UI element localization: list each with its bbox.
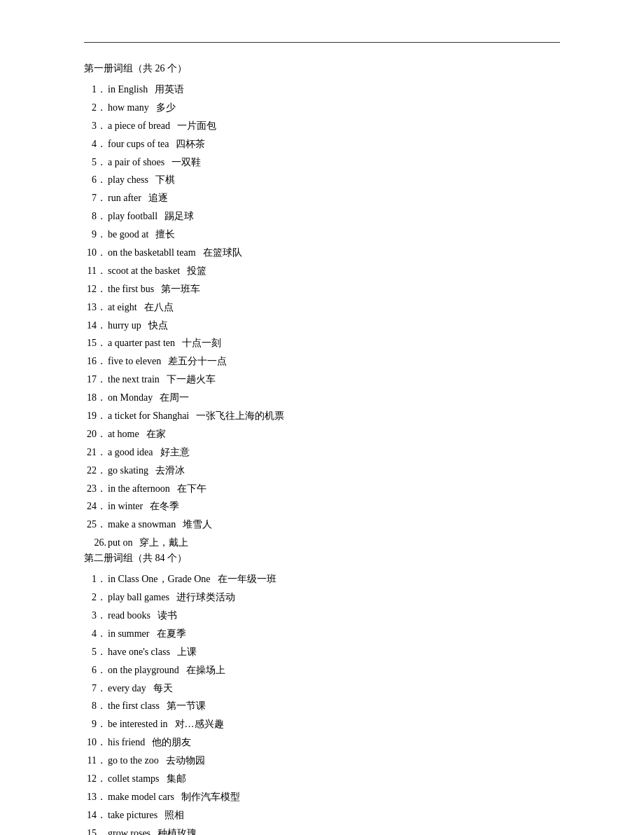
item-chinese: 进行球类活动 [176,588,235,607]
list-item: 6．on the playground在操场上 [84,661,560,679]
list-item: 7．run after追逐 [84,189,560,207]
item-english: take pictures [108,806,158,824]
item-number: 17． [84,371,106,389]
section-title-1: 第一册词组（共 26 个） [84,62,560,75]
item-number: 14． [84,806,106,824]
item-english: his friend [108,733,145,752]
item-chinese: 在夏季 [157,625,186,643]
item-number: 5． [84,643,106,661]
item-chinese: 堆雪人 [183,516,212,534]
item-number: 16． [84,352,106,371]
section-title-2: 第二册词组（共 84 个） [84,552,560,565]
list-item: 19．a ticket for Shanghai一张飞往上海的机票 [84,407,560,425]
item-number: 25． [84,516,106,534]
item-number: 14． [84,317,106,335]
item-chinese: 下棋 [155,171,175,189]
item-english: go to the zoo [108,752,159,770]
item-chinese: 在操场上 [186,661,225,679]
list-item: 17．the next train下一趟火车 [84,371,560,389]
item-number: 8． [84,697,106,715]
list-item: 9．be good at擅长 [84,226,560,244]
item-english: a pair of shoes [108,153,164,172]
item-chinese: 对…感兴趣 [175,715,224,733]
item-english: the first class [108,697,160,715]
item-english: in Class One，Grade One [108,570,211,588]
list-item: 14．hurry up快点 [84,317,560,335]
item-english: on the playground [108,661,179,679]
item-english: have one's class [108,643,170,661]
item-chinese: 第一班车 [161,280,200,298]
item-number: 15． [84,824,106,835]
item-english: in the afternoon [108,480,170,498]
item-number: 26. [84,534,106,552]
item-chinese: 种植玫瑰 [158,824,197,835]
list-item: 1．in Class One，Grade One在一年级一班 [84,570,560,588]
item-chinese: 踢足球 [164,207,194,226]
item-english: play ball games [108,588,169,607]
item-number: 2． [84,99,106,117]
list-item: 10．his friend他的朋友 [84,733,560,752]
list-item: 18．on Monday在周一 [84,389,560,407]
list-item: 12．collet stamps集邮 [84,770,560,788]
item-number: 5． [84,153,106,172]
item-number: 2． [84,588,106,607]
item-number: 3． [84,607,106,625]
vocab-list-2: 1．in Class One，Grade One在一年级一班2．play bal… [84,570,560,835]
item-english: play chess [108,171,148,189]
item-number: 11． [84,752,106,770]
list-item: 21．a good idea好主意 [84,443,560,462]
item-number: 1． [84,81,106,99]
item-chinese: 十点一刻 [182,334,221,352]
item-chinese: 在家 [146,425,166,443]
item-number: 11． [84,262,106,280]
item-english: a piece of bread [108,117,170,135]
list-item: 4．four cups of tea四杯茶 [84,135,560,153]
item-chinese: 穿上，戴上 [139,534,188,552]
item-chinese: 去滑冰 [155,462,185,480]
list-item: 14．take pictures照相 [84,806,560,824]
list-item: 13．at eight在八点 [84,298,560,317]
item-english: read books [108,607,150,625]
item-chinese: 一片面包 [177,117,216,135]
item-number: 6． [84,661,106,679]
item-chinese: 去动物园 [166,752,205,770]
item-english: five to eleven [108,352,161,371]
item-english: how many [108,99,149,117]
item-english: in winter [108,497,143,516]
list-item: 9．be interested in对…感兴趣 [84,715,560,733]
item-number: 18． [84,389,106,407]
list-item: 7．every day每天 [84,679,560,698]
content-area: 第一册词组（共 26 个）1．in English用英语2．how many多少… [84,62,560,835]
item-number: 19． [84,407,106,425]
list-item: 13．make model cars制作汽车模型 [84,788,560,806]
item-english: a quarter past ten [108,334,175,352]
item-english: at eight [108,298,137,317]
item-chinese: 下一趟火车 [167,371,216,389]
list-item: 2．play ball games进行球类活动 [84,588,560,607]
item-number: 4． [84,135,106,153]
item-number: 23． [84,480,106,498]
item-chinese: 多少 [156,99,176,117]
item-number: 13． [84,788,106,806]
item-chinese: 照相 [164,806,184,824]
item-number: 13． [84,298,106,317]
item-english: in summer [108,625,150,643]
item-number: 8． [84,207,106,226]
item-english: the next train [108,371,160,389]
list-item: 22．go skating去滑冰 [84,462,560,480]
item-chinese: 在一年级一班 [218,570,276,588]
item-number: 22． [84,462,106,480]
item-english: on the basketabll team [108,244,196,262]
item-english: scoot at the basket [108,262,180,280]
item-english: be interested in [108,715,168,733]
item-chinese: 投篮 [187,262,206,280]
item-number: 15． [84,334,106,352]
list-item: 26.put on穿上，戴上 [84,534,560,552]
list-item: 15．grow roses种植玫瑰 [84,824,560,835]
item-chinese: 上课 [177,643,197,661]
item-chinese: 在八点 [144,298,174,317]
list-item: 4．in summer在夏季 [84,625,560,643]
item-number: 7． [84,679,106,698]
item-number: 10． [84,733,106,752]
item-english: grow roses [108,824,150,835]
